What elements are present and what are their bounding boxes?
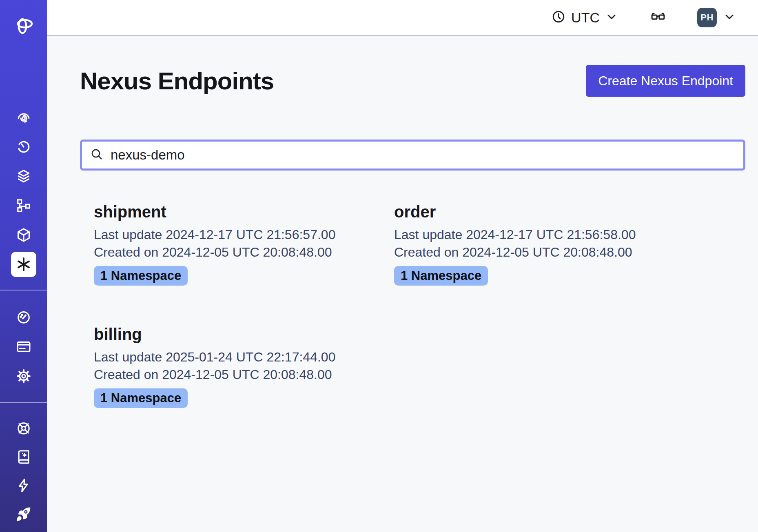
- endpoint-search[interactable]: [80, 140, 745, 171]
- gauge-icon: [16, 310, 31, 325]
- avatar[interactable]: PH: [697, 8, 717, 27]
- rocket-icon: [16, 506, 32, 522]
- endpoint-list: shipment Last update 2024-12-17 UTC 21:5…: [80, 203, 745, 408]
- sidebar-item-support[interactable]: [0, 414, 47, 443]
- sidebar-divider: [0, 402, 47, 403]
- gear-icon: [16, 368, 31, 384]
- lightning-icon: [16, 478, 31, 493]
- endpoint-card-order[interactable]: order Last update 2024-12-17 UTC 21:56:5…: [380, 203, 680, 286]
- sidebar-nav-account: [0, 303, 47, 391]
- endpoint-card-billing[interactable]: billing Last update 2025-01-24 UTC 22:17…: [80, 325, 380, 408]
- chevron-down-icon: [605, 11, 618, 24]
- topbar: UTC PH: [47, 0, 758, 36]
- page-title: Nexus Endpoints: [80, 67, 274, 95]
- endpoint-created-on: Created on 2024-12-05 UTC 20:08:48.00: [94, 366, 380, 383]
- sidebar-item-usage[interactable]: [0, 303, 47, 332]
- lifebuoy-icon: [16, 421, 31, 436]
- branch-nodes-icon: [16, 198, 31, 213]
- sidebar-nav-primary: [0, 103, 47, 279]
- sidebar-item-schedules[interactable]: [0, 132, 47, 162]
- endpoint-card-shipment[interactable]: shipment Last update 2024-12-17 UTC 21:5…: [80, 203, 380, 286]
- search-input[interactable]: [111, 147, 735, 163]
- timezone-select[interactable]: UTC: [552, 10, 618, 26]
- sidebar-item-deployments[interactable]: [0, 162, 47, 191]
- timer-icon: [16, 139, 31, 155]
- sidebar-nav-help: [0, 414, 47, 528]
- sidebar-item-services[interactable]: [0, 220, 47, 250]
- endpoint-created-on: Created on 2024-12-05 UTC 20:08:48.00: [94, 244, 380, 261]
- sidebar-divider: [0, 290, 47, 290]
- search-icon: [90, 148, 111, 162]
- endpoint-created-on: Created on 2024-12-05 UTC 20:08:48.00: [394, 244, 680, 261]
- timezone-label: UTC: [571, 10, 600, 26]
- user-menu[interactable]: PH: [697, 8, 736, 27]
- sidebar-item-getting-started[interactable]: [0, 500, 47, 528]
- namespace-badge: 1 Namespace: [394, 266, 488, 286]
- layers-icon: [16, 168, 31, 184]
- sidebar-item-docs[interactable]: [0, 443, 47, 471]
- namespace-badge: 1 Namespace: [94, 388, 188, 408]
- endpoint-last-update: Last update 2024-12-17 UTC 21:56:58.00: [394, 226, 680, 244]
- endpoint-name[interactable]: order: [394, 203, 680, 221]
- chevron-down-icon: [723, 11, 736, 24]
- namespace-badge: 1 Namespace: [94, 266, 188, 286]
- glasses-icon: [650, 9, 666, 26]
- sidebar-item-feedback[interactable]: [0, 471, 47, 500]
- sidebar-item-workflows[interactable]: [0, 103, 47, 132]
- create-nexus-endpoint-button[interactable]: Create Nexus Endpoint: [586, 65, 745, 97]
- sidebar-item-settings[interactable]: [0, 361, 47, 391]
- workflows-icon: [16, 110, 31, 125]
- endpoint-name[interactable]: billing: [94, 325, 380, 344]
- temporal-logo-icon[interactable]: [0, 15, 47, 35]
- main-content: Nexus Endpoints Create Nexus Endpoint sh…: [47, 37, 758, 532]
- cube-icon: [16, 227, 31, 243]
- sidebar-item-nexus[interactable]: [0, 250, 47, 279]
- clock-icon: [552, 10, 565, 25]
- nexus-asterisk-icon: [11, 252, 36, 277]
- page-header: Nexus Endpoints Create Nexus Endpoint: [80, 65, 745, 97]
- sidebar-item-billing[interactable]: [0, 332, 47, 361]
- endpoint-last-update: Last update 2024-12-17 UTC 21:56:57.00: [94, 226, 380, 244]
- labs-mode-button[interactable]: [650, 9, 666, 26]
- sidebar: [0, 0, 47, 532]
- credit-card-icon: [16, 339, 31, 355]
- book-sparkles-icon: [16, 449, 31, 465]
- sidebar-item-batch-operations[interactable]: [0, 191, 47, 220]
- endpoint-last-update: Last update 2025-01-24 UTC 22:17:44.00: [94, 348, 380, 366]
- endpoint-name[interactable]: shipment: [94, 203, 380, 221]
